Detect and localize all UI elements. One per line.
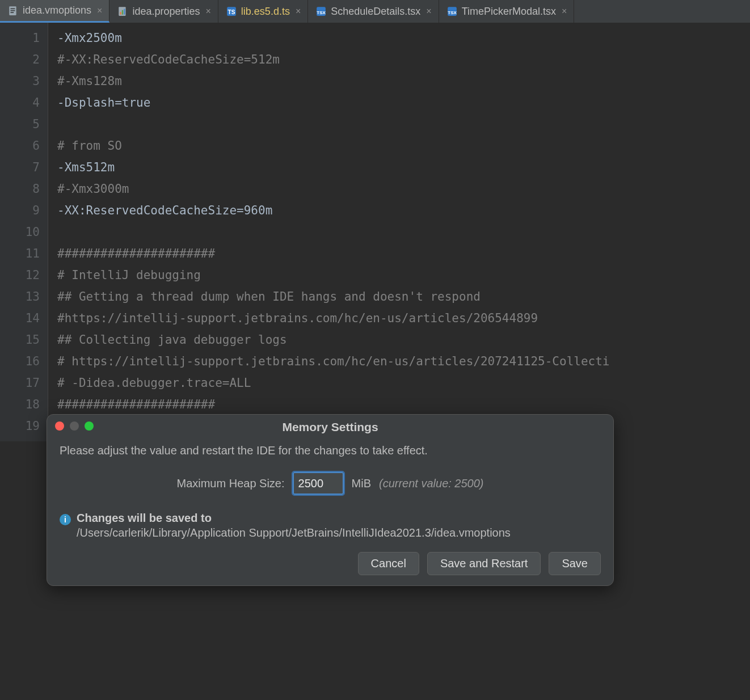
- line-number: 4: [0, 92, 40, 113]
- editor-tab[interactable]: idea.properties×: [109, 0, 218, 23]
- code-line[interactable]: -XX:ReservedCodeCacheSize=960m: [57, 200, 610, 221]
- line-number: 3: [0, 70, 40, 92]
- info-icon: i: [60, 514, 71, 525]
- svg-rect-2: [11, 10, 15, 11]
- save-and-restart-button[interactable]: Save and Restart: [427, 552, 541, 575]
- dialog-title: Memory Settings: [282, 420, 378, 434]
- code-line[interactable]: -Dsplash=true: [57, 92, 610, 113]
- dialog-titlebar: Memory Settings: [47, 415, 613, 440]
- line-number: 8: [0, 178, 40, 200]
- line-number: 5: [0, 113, 40, 135]
- code-line[interactable]: # -Didea.debugger.trace=ALL: [57, 372, 610, 394]
- memory-settings-dialog: Memory Settings Please adjust the value …: [47, 414, 614, 586]
- tab-label: TimePickerModal.tsx: [462, 6, 556, 18]
- line-number: 16: [0, 351, 40, 372]
- cancel-button[interactable]: Cancel: [358, 552, 419, 575]
- svg-rect-5: [120, 12, 121, 15]
- line-number: 19: [0, 415, 40, 437]
- svg-rect-1: [11, 8, 15, 9]
- line-number: 13: [0, 286, 40, 307]
- line-number: 12: [0, 264, 40, 286]
- line-number: 18: [0, 394, 40, 415]
- line-number: 7: [0, 157, 40, 178]
- code-line[interactable]: ######################: [57, 243, 610, 264]
- tab-label: lib.es5.d.ts: [241, 6, 290, 18]
- heap-size-label: Maximum Heap Size:: [176, 477, 284, 490]
- tab-label: ScheduleDetails.tsx: [331, 6, 420, 18]
- code-line[interactable]: [57, 113, 610, 135]
- code-line[interactable]: #https://intellij-support.jetbrains.com/…: [57, 307, 610, 329]
- info-path: /Users/carlerik/Library/Application Supp…: [47, 526, 613, 539]
- info-row: i Changes will be saved to: [47, 512, 613, 525]
- heap-current-value: (current value: 2500): [379, 477, 484, 490]
- code-line[interactable]: -Xms512m: [57, 157, 610, 178]
- editor-tab[interactable]: TSXScheduleDetails.tsx×: [308, 0, 439, 23]
- close-icon[interactable]: ×: [205, 6, 212, 16]
- window-controls: [55, 421, 94, 431]
- editor-tab[interactable]: TSXTimePickerModal.tsx×: [439, 0, 575, 23]
- svg-text:TSX: TSX: [448, 10, 457, 15]
- code-line[interactable]: # IntelliJ debugging: [57, 264, 610, 286]
- close-icon[interactable]: ×: [425, 6, 432, 16]
- heap-size-input[interactable]: [293, 472, 344, 495]
- editor-tab[interactable]: TSlib.es5.d.ts×: [218, 0, 308, 23]
- code-line[interactable]: # from SO: [57, 135, 610, 157]
- code-line[interactable]: ## Collecting java debugger logs: [57, 329, 610, 351]
- line-number: 1: [0, 27, 40, 49]
- dialog-intro-text: Please adjust the value and restart the …: [60, 444, 601, 457]
- heap-size-unit: MiB: [352, 477, 371, 490]
- line-number: 11: [0, 243, 40, 264]
- svg-text:TSX: TSX: [317, 10, 326, 15]
- close-icon[interactable]: ×: [561, 6, 568, 16]
- code-line[interactable]: -Xmx2500m: [57, 27, 610, 49]
- dialog-buttons: Cancel Save and Restart Save: [47, 539, 613, 575]
- code-line[interactable]: #-Xms128m: [57, 70, 610, 92]
- minimize-window-icon: [70, 421, 79, 431]
- svg-rect-6: [122, 10, 123, 15]
- line-number: 2: [0, 49, 40, 70]
- save-button[interactable]: Save: [549, 552, 601, 575]
- svg-text:TS: TS: [227, 9, 235, 15]
- line-number: 17: [0, 372, 40, 394]
- tab-label: idea.vmoptions: [23, 5, 91, 16]
- svg-rect-7: [124, 9, 125, 15]
- close-icon[interactable]: ×: [294, 6, 302, 16]
- code-line[interactable]: [57, 221, 610, 243]
- zoom-window-icon[interactable]: [85, 421, 94, 431]
- line-number: 14: [0, 307, 40, 329]
- line-number: 15: [0, 329, 40, 351]
- editor-tabs: idea.vmoptions×idea.properties×TSlib.es5…: [0, 0, 750, 23]
- code-line[interactable]: ######################: [57, 394, 610, 415]
- line-gutter: 12345678910111213141516171819: [0, 23, 48, 441]
- code-area[interactable]: -Xmx2500m#-XX:ReservedCodeCacheSize=512m…: [48, 23, 610, 441]
- line-number: 6: [0, 135, 40, 157]
- code-line[interactable]: # https://intellij-support.jetbrains.com…: [57, 351, 610, 372]
- close-window-icon[interactable]: [55, 421, 64, 431]
- info-title: Changes will be saved to: [77, 512, 212, 525]
- code-editor[interactable]: 12345678910111213141516171819 -Xmx2500m#…: [0, 23, 750, 441]
- close-icon[interactable]: ×: [96, 6, 103, 16]
- code-line[interactable]: #-XX:ReservedCodeCacheSize=512m: [57, 49, 610, 70]
- line-number: 9: [0, 200, 40, 221]
- tab-label: idea.properties: [132, 6, 200, 18]
- code-line[interactable]: #-Xmx3000m: [57, 178, 610, 200]
- code-line[interactable]: ## Getting a thread dump when IDE hangs …: [57, 286, 610, 307]
- editor-tab[interactable]: idea.vmoptions×: [0, 0, 109, 23]
- line-number: 10: [0, 221, 40, 243]
- heap-size-row: Maximum Heap Size: MiB (current value: 2…: [60, 472, 601, 495]
- svg-rect-3: [11, 12, 14, 13]
